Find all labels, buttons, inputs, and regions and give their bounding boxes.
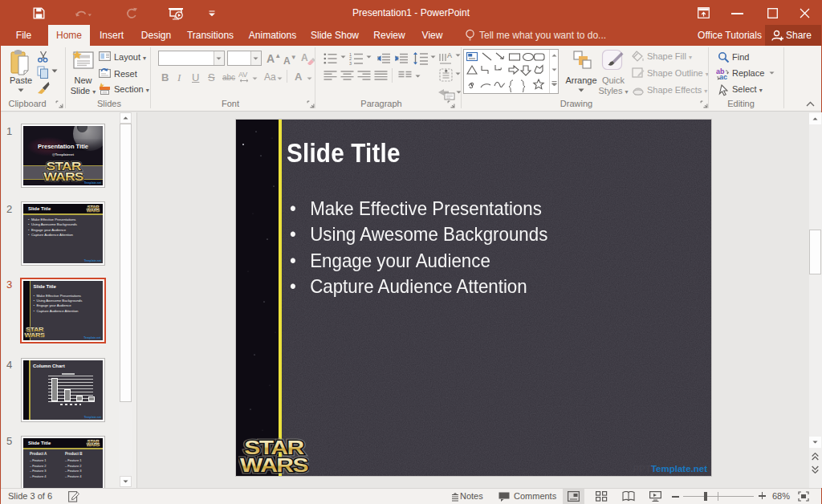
svg-text:AV: AV <box>238 71 247 79</box>
svg-text:ac: ac <box>719 73 727 80</box>
svg-text:A: A <box>301 52 308 63</box>
svg-text:3: 3 <box>349 61 352 65</box>
svg-text:A: A <box>447 51 452 59</box>
